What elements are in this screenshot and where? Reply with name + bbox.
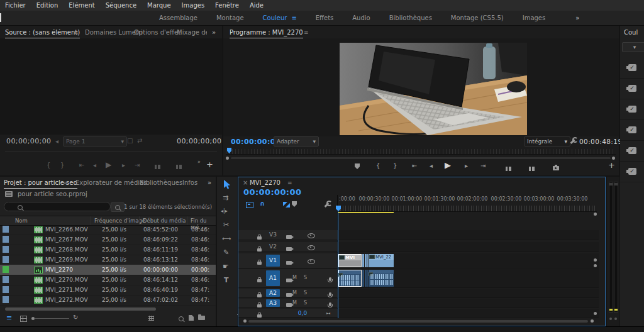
lumetri-check-curves[interactable]: ✓ [620, 99, 644, 120]
solo-button[interactable]: S [304, 275, 307, 280]
tab-bibliotheques-2[interactable]: Bibliothèques [140, 179, 182, 186]
cell-name[interactable]: MVI_2272.MOV [45, 297, 88, 303]
ripple-edit-tool[interactable]: ◂|▸ [221, 208, 228, 214]
solo-button[interactable]: S [304, 300, 307, 306]
automate-to-sequence-button[interactable] [148, 316, 154, 321]
table-row[interactable]: MVI_2266.MOV 25,00 i/s 08:45:52:00 08:46… [0, 224, 216, 235]
sync-lock-icon[interactable] [286, 235, 292, 239]
table-row[interactable]: MVI_2271.MOV 25,00 i/s 08:46:40:19 08:47… [0, 285, 216, 296]
tab-images[interactable]: Images [523, 14, 546, 21]
table-row[interactable]: MVI_2268.MOV 25,00 i/s 08:46:11:19 08:46… [0, 245, 216, 255]
source-insert-icon[interactable] [155, 165, 160, 169]
program-export-frame-button[interactable] [553, 166, 559, 170]
program-add-button[interactable]: + [608, 160, 615, 170]
cell-name[interactable]: MVI_2268.MOV [45, 246, 88, 253]
track-target-a1[interactable]: A1 [266, 270, 280, 286]
source-goto-out-button[interactable]: ⇥ [135, 162, 140, 169]
list-view-button[interactable]: ≡ [6, 314, 12, 322]
sync-lock-icon[interactable] [286, 261, 292, 265]
track-content-v2[interactable] [337, 242, 599, 252]
source-settings-box-icon[interactable]: □ [127, 137, 133, 144]
menu-aide[interactable]: Aide [250, 2, 264, 9]
program-scrollbar-left-handle[interactable] [226, 157, 229, 160]
slip-tool[interactable]: ⟷ [222, 235, 231, 242]
source-add-button[interactable]: + [206, 160, 213, 169]
label-color-chip[interactable] [3, 266, 9, 273]
lumetri-check-wheels[interactable]: ✓ [620, 119, 644, 141]
tab-assemblage[interactable]: Assemblage [159, 14, 197, 21]
find-button[interactable] [179, 316, 184, 321]
source-page-selector[interactable]: Page 1 ▾ [63, 136, 127, 147]
menu-images[interactable]: Images [182, 2, 205, 9]
program-settings-wrench-icon[interactable] [570, 139, 575, 144]
timeline-horizontal-scrollbar[interactable] [248, 320, 588, 323]
source-zoom-scrollbar[interactable] [5, 152, 217, 152]
source-step-fwd-button[interactable]: ▸ [122, 162, 125, 169]
tab-montage-cs55[interactable]: Montage (CS5.5) [451, 14, 504, 21]
source-tabs-overflow-icon[interactable]: » [212, 29, 216, 36]
insert-as-nest-toggle[interactable] [246, 202, 253, 208]
source-compare-icon[interactable]: ⇄ [137, 137, 142, 144]
program-time-ruler[interactable] [226, 149, 616, 155]
timeline-tab[interactable]: MVI_2270 [250, 179, 280, 186]
source-panel-menu-icon[interactable]: ≡ [74, 30, 79, 36]
timeline-clip-sliver[interactable] [367, 254, 369, 267]
timeline-audio-clip-sliver[interactable] [365, 270, 367, 287]
track-content-master[interactable] [337, 309, 599, 318]
label-color-chip[interactable] [3, 236, 9, 243]
video-track-resize-handle[interactable] [594, 264, 597, 267]
thumbnail-size-slider-handle[interactable] [31, 317, 35, 320]
source-overwrite-icon[interactable] [176, 165, 182, 169]
meter-mute-indicator[interactable] [614, 318, 617, 320]
sync-lock-icon[interactable] [286, 247, 292, 251]
tab-effets[interactable]: Effets [316, 14, 334, 21]
project-file-name[interactable]: pour article seo.prproj [18, 191, 87, 197]
vertical-fit-icon[interactable]: ▸◂ [326, 311, 330, 315]
track-target-v3[interactable]: V3 [266, 231, 280, 238]
source-transport-overflow-icon[interactable]: » [197, 159, 201, 165]
column-debut[interactable]: Début du média [143, 218, 186, 224]
meter-mute-indicator[interactable] [609, 318, 612, 320]
timeline-audio-clip[interactable] [369, 270, 394, 287]
table-row[interactable]: MVI_2272.MOV 25,00 i/s 08:47:02:02 08:47… [0, 295, 216, 306]
timeline-playhead-line[interactable] [338, 211, 338, 318]
program-quality-select[interactable]: Intégrale ▾ [524, 136, 570, 147]
type-tool[interactable]: T [224, 276, 229, 284]
timeline-audio-clip-sliver[interactable] [362, 270, 364, 287]
menu-element[interactable]: Elément [69, 2, 94, 9]
tab-mixage[interactable]: Mixage des é [177, 29, 207, 36]
program-mark-out-button[interactable]: } [393, 162, 397, 169]
label-color-chip[interactable] [3, 246, 9, 253]
source-play-button[interactable]: ▶ [106, 160, 111, 169]
track-content-v3[interactable] [337, 230, 599, 240]
cell-name[interactable]: MVI_2270 [45, 267, 73, 273]
source-goto-in-button[interactable]: ⇤ [79, 162, 84, 169]
lock-icon[interactable] [257, 248, 262, 252]
cell-name[interactable]: MVI_2267.MOV [45, 236, 88, 243]
source-step-back-button[interactable]: ◂ [93, 162, 96, 169]
tab-options-effet[interactable]: Options d'effet [134, 29, 180, 36]
program-play-button[interactable]: ▶ [445, 160, 451, 170]
cell-name[interactable]: MVI_2271.MOV [45, 287, 88, 293]
source-mark-out-button[interactable]: } [60, 162, 64, 169]
pen-tool[interactable]: ✎ [223, 248, 229, 257]
program-scrollbar-right-handle[interactable] [612, 157, 615, 160]
program-lift-button[interactable] [506, 167, 511, 171]
label-color-chip[interactable] [3, 256, 9, 263]
sync-lock-icon[interactable] [286, 293, 292, 297]
solo-button[interactable]: S [304, 290, 307, 296]
sort-refresh-icon[interactable]: ↻ [73, 314, 78, 321]
work-area-bar[interactable] [338, 212, 394, 213]
timeline-clip-sliver[interactable] [362, 254, 364, 267]
tab-infos[interactable]: Infos [182, 179, 197, 186]
timeline-audio-clip-selected[interactable] [338, 270, 362, 287]
program-extract-button[interactable] [529, 167, 535, 171]
video-track-resize-handle[interactable] [594, 258, 597, 262]
menu-fichier[interactable]: Fichier [5, 2, 26, 9]
track-target-v2[interactable]: V2 [266, 243, 280, 250]
new-item-button[interactable] [189, 315, 194, 321]
audio-track-resize-handle[interactable] [594, 312, 597, 315]
lumetri-check-creative[interactable]: ✓ [620, 78, 644, 99]
timeline-add-marker-button[interactable] [292, 201, 297, 207]
hand-tool[interactable]: ☛ [223, 262, 229, 270]
